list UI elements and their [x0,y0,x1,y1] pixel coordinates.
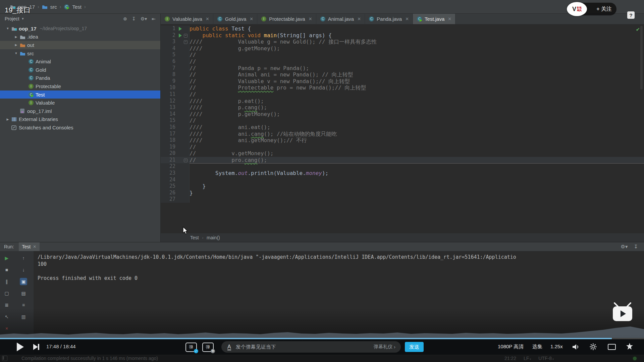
code-line[interactable]: 19// [161,144,644,150]
close-icon[interactable]: ✕ [309,16,312,21]
send-danmaku-button[interactable]: 发送 [405,342,424,352]
toolwindow-switcher-icon[interactable] [2,356,7,361]
breadcrumb-method[interactable]: main() [207,235,220,240]
tree-item-src[interactable]: ▼src [0,49,160,58]
tab-test-java[interactable]: CTest.java✕ [413,14,455,24]
tree-item-oop-17-iml[interactable]: oop_17.iml [0,107,160,115]
run-line-icon[interactable] [179,34,182,38]
code-line[interactable]: 23 System.out.println(Valuable.money); [161,170,644,177]
breadcrumb-class[interactable]: Test [190,235,199,240]
code-line[interactable]: 5// [161,52,644,58]
stop-button[interactable]: ■ [3,266,10,274]
run-line-icon[interactable] [179,27,182,31]
rerun-button[interactable]: ▶ [3,254,10,262]
tree-item-animal[interactable]: CAnimal [0,57,160,66]
code-line[interactable]: 26} [161,190,644,196]
code-line[interactable]: 6// [161,58,644,65]
quality-selector[interactable]: 1080P 高清 [498,344,524,350]
episodes-button[interactable]: 选集 [532,344,542,350]
code-line[interactable]: 12//// p.eat(); [161,98,644,105]
font-style-icon[interactable]: A [227,344,231,350]
fold-marker-icon[interactable]: – [184,40,187,44]
collapse-all-icon[interactable]: ↧ [132,16,136,21]
chevron-right-icon[interactable]: ▶ [12,35,20,39]
code-line[interactable]: 4//// g.getMoney(); [161,45,644,52]
player-settings-icon[interactable] [590,343,597,352]
settings-gear-icon[interactable]: ⚙▾ [141,16,147,21]
code-line[interactable]: 18//// ani.getMoney();// 不行 [161,137,644,144]
code-line[interactable]: 25 } [161,183,644,190]
hide-panel-icon[interactable]: ⇤ [152,16,156,21]
chevron-right-icon[interactable]: ▶ [4,118,11,121]
restore-layout-button[interactable]: ▢ [3,290,10,297]
settings-gear-icon[interactable]: ⚙▾ [621,244,628,250]
volume-icon[interactable] [572,344,580,352]
code-line[interactable]: 17//// ani.cang(); //站在动物的角度只能吃 [161,131,644,137]
tab-gold-java[interactable]: CGold.java✕ [213,14,257,24]
speed-selector[interactable]: 1.25x [550,344,563,349]
close-icon[interactable]: ✕ [33,244,36,249]
clear-all-button[interactable]: ▥ [20,313,27,320]
code-line[interactable]: 10// Protectable pro = new Panda();// 向上… [161,84,644,91]
code-line[interactable]: 20// v.getMoney(); [161,150,644,157]
locate-button[interactable]: ↖ [3,313,10,320]
chevron-down-icon[interactable]: ▼ [4,27,11,30]
close-icon[interactable]: ✕ [357,16,361,21]
help-icon[interactable]: ? [627,11,635,19]
ide-status-indicator[interactable] [632,356,637,361]
console-view-button[interactable]: ▣ [20,278,27,285]
encoding-widget[interactable]: UTF-8▾ [538,356,554,361]
code-line[interactable]: 7// Panda p = new Panda(); [161,65,644,72]
close-icon[interactable]: ✕ [206,16,209,21]
breadcrumb-class[interactable]: Test [72,4,82,10]
danmaku-input[interactable]: A 发个弹幕见证当下 弹幕礼仪› [221,341,401,353]
code-line[interactable]: 24 [161,177,644,183]
pause-button[interactable]: ∥ [3,278,10,285]
code-line[interactable]: 13//// p.cang(); [161,104,644,111]
tree-item-gold[interactable]: CGold [0,66,160,74]
monitor-button[interactable]: ▤ [20,290,27,297]
tree-item--idea[interactable]: ▶.idea [0,33,160,41]
editor-scrollbar[interactable] [640,26,643,89]
line-separator-widget[interactable]: LF▾ [524,356,531,361]
collapse-icon[interactable]: ↧ [634,244,638,250]
tab-protectable-java[interactable]: IProtectable.java✕ [257,14,316,24]
inspections-ok-icon[interactable]: ✔ [636,26,640,33]
project-panel-title[interactable]: Project [5,16,19,21]
code-line[interactable]: 9// Valuable v = new Panda();// 向上转型 [161,78,644,85]
tree-item-protectable[interactable]: IProtectable [0,82,160,90]
tree-item-scratches-and-consoles[interactable]: Scratches and Consoles [0,123,160,132]
tab-valuable-java[interactable]: IValuable.java✕ [161,14,213,24]
tab-panda-java[interactable]: CPanda.java✕ [365,14,413,24]
follow-button[interactable]: + 关注 [596,6,612,13]
prev-occurrence-button[interactable]: ↑ [20,254,27,262]
locate-file-icon[interactable]: ⊕ [123,16,127,21]
code-area[interactable]: 1public class Test {2– public static voi… [161,24,644,233]
theater-mode-icon[interactable] [608,344,616,351]
code-line[interactable]: 14//// p.getMoney(); [161,111,644,118]
danmaku-etiquette-link[interactable]: 弹幕礼仪› [374,344,401,350]
tree-item-panda[interactable]: CPanda [0,74,160,82]
danmaku-settings-icon[interactable]: 弹⚙ [202,343,214,352]
soft-wrap-button[interactable]: ≡ [20,301,27,309]
fold-marker-icon[interactable]: – [184,159,187,162]
tree-item-test[interactable]: CTest [0,90,160,99]
tree-item-external-libraries[interactable]: ▶External Libraries [0,115,160,124]
chevron-right-icon[interactable]: ▶ [12,43,20,47]
chevron-down-icon[interactable]: ▼ [21,17,24,20]
next-episode-button[interactable] [33,343,40,352]
close-icon[interactable]: ✕ [250,16,253,21]
danmaku-toggle-icon[interactable]: 弹✓ [185,343,197,352]
tree-item-valuable[interactable]: IValuable [0,99,160,107]
code-line[interactable]: 21–// pro.cang(); [161,157,644,164]
tree-item-out[interactable]: ▶out [0,41,160,49]
tab-animal-java[interactable]: CAnimal.java✕ [316,14,365,24]
code-line[interactable]: 22 [161,163,644,170]
code-line[interactable]: 2– public static void main(String[] args… [161,32,644,39]
uploader-avatar[interactable]: V影视飓风 [567,2,587,16]
code-line[interactable]: 27 [161,196,644,203]
code-line[interactable]: 16//// ani.eat(); [161,124,644,131]
code-line[interactable]: 15// [161,117,644,124]
breadcrumb-src[interactable]: src [50,4,57,10]
chevron-down-icon[interactable]: ▼ [12,52,20,55]
